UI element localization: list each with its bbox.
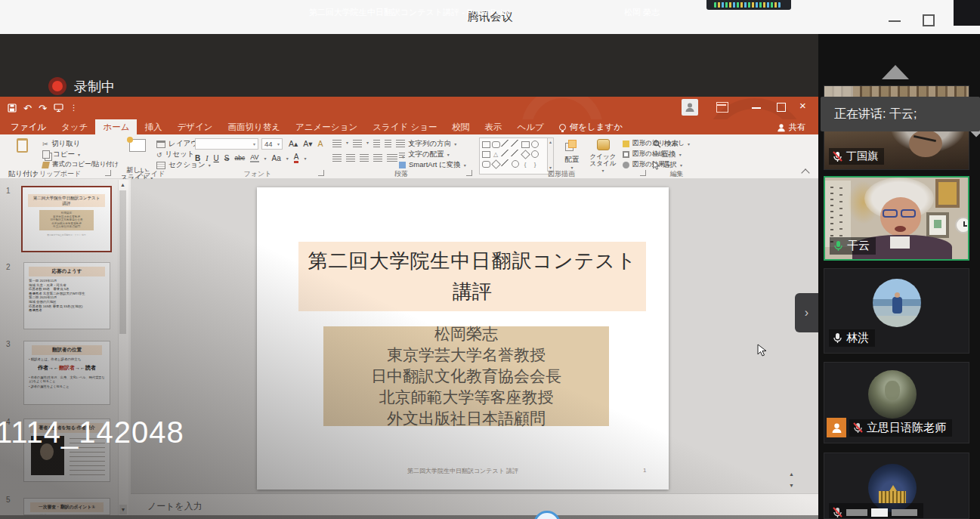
char-spacing-button[interactable]: AV [250,153,258,162]
participant-glasses-left [883,209,898,218]
align-buttons[interactable]: ▾ [332,154,404,162]
font-dialog-launcher[interactable] [318,170,324,176]
ppt-share-button[interactable]: 共有 [777,122,805,133]
slide-footer: 第二回大学院生中日翻訳コンテスト 講評 [257,467,669,475]
undo-icon[interactable]: ↶ [23,103,32,113]
ppt-user-avatar[interactable] [682,99,698,116]
gallery-scroll[interactable]: ▴▾ [547,137,554,171]
speaking-toast: 正在讲话: 干云; [821,97,980,131]
scrollbar-thumb[interactable] [119,190,126,334]
thumb1-subtitle: 松岡榮志 東京学芸大学名誉教授 日中翻訳文化教育協会会長 北京師範大学等客座教授… [39,210,94,230]
tab-design[interactable]: デザイン [169,119,220,134]
grow-font-icon[interactable]: A▴ [289,139,298,148]
columns-icon[interactable] [387,154,397,162]
align-center-icon[interactable] [346,154,355,162]
tab-slideshow[interactable]: スライド ショー [365,119,444,134]
recording-dot-core [52,81,63,91]
replace-button[interactable]: ab 置換 ▾ [653,150,682,159]
window-close-button[interactable] [954,0,980,26]
text-direction-icon [399,141,405,147]
next-slide-button[interactable]: ▼ [789,483,794,488]
tab-view[interactable]: 表示 [478,119,510,134]
justify-icon[interactable] [373,154,382,162]
font-name-input[interactable]: ▾ [195,138,258,150]
participant-tile-3[interactable]: 林洪 [824,268,969,354]
wall-frame-1 [935,179,960,208]
slide-thumbnail-3[interactable]: 翻訳者の位置 • 翻訳者とは、作者と読者の仲立ち 作者→←翻訳者→←読者 • 作… [23,341,110,405]
bold-button[interactable]: B [195,154,200,162]
arrange-button[interactable]: 配置 ▾ [559,138,585,170]
format-painter-button[interactable]: 書式のコピー/貼り付け [42,160,119,169]
underline-button[interactable]: U [214,154,219,162]
save-icon[interactable] [8,103,17,113]
notes-placeholder[interactable]: ノートを入力 [147,500,202,513]
tell-me-box[interactable]: 何をしますか [552,119,630,134]
strikethrough-button[interactable]: S [224,154,230,162]
caret: ▾ [366,140,369,147]
slideshow-icon[interactable] [54,103,63,113]
reset-button[interactable]: ↺ リセット [156,150,194,159]
tab-file[interactable]: ファイル [3,119,54,134]
indent-decrease-icon[interactable] [373,140,380,147]
tab-transitions[interactable]: 画面切り替え [221,119,289,134]
scroll-down-button[interactable]: ▼ [119,505,127,514]
ppt-close-button[interactable]: × [799,100,806,111]
notes-pane[interactable] [131,493,818,516]
new-slide-icon [129,139,146,152]
participant-tile-4[interactable]: 立思日语陈老师 [824,362,969,443]
panel-scroll-up-icon[interactable] [882,65,909,79]
slide-title-box[interactable]: 第二回大学院生中日翻訳コンテスト 講評 [298,242,646,311]
italic-button[interactable]: I [206,154,208,162]
cut-button[interactable]: ✂ 切り取り [42,139,80,149]
participant-avatar [873,279,921,327]
find-button[interactable]: 検索 [653,139,679,149]
panel-collapse-handle[interactable]: › [795,293,818,332]
window-minimize-button[interactable] [889,20,901,22]
copy-button[interactable]: コピー ▾ [42,150,80,159]
ppt-minimize-button[interactable] [752,107,761,109]
scroll-up-icon[interactable]: ▲ [120,182,125,187]
font-grow-shrink[interactable]: A▴ A▾ A [289,139,323,148]
ppt-restore-button[interactable] [777,103,786,112]
tab-animations[interactable]: アニメーション [288,119,365,134]
tab-review[interactable]: 校閲 [445,119,478,134]
indent-increase-icon[interactable] [385,140,391,147]
bullets-icon[interactable] [332,140,342,147]
align-left-icon[interactable] [332,154,342,162]
caret: ▾ [679,152,682,157]
tab-help[interactable]: ヘルプ [510,119,552,134]
slide-subtitle-box[interactable]: 松岡榮志 東京学芸大学名誉教授 日中翻訳文化教育協会会長 北京師範大学等客座教授… [323,326,609,426]
redo-icon[interactable]: ↷ [39,103,47,113]
text-direction-button[interactable]: 文字列の方向 ▾ [399,139,456,149]
font-size-input[interactable]: 44▾ [261,138,283,150]
collapse-ribbon-button[interactable] [801,168,809,177]
change-case-button[interactable]: Aa [272,154,281,162]
clear-format-icon[interactable]: A [318,139,323,148]
shrink-font-icon[interactable]: A▾ [303,139,312,148]
font-color-button[interactable]: A [294,153,299,163]
participant-tile-2[interactable]: 干云 [824,176,969,261]
shape-outline-icon [623,151,629,158]
align-right-icon[interactable] [360,154,369,162]
mic-muted-icon [833,151,842,162]
ribbon-display-options-icon[interactable] [716,102,728,113]
align-text-button[interactable]: 文字の配置 ▾ [399,150,450,159]
previous-slide-button[interactable]: ▲ [789,471,794,477]
tab-insert[interactable]: 挿入 [137,119,169,134]
slide-thumbnail-5[interactable]: 一次審査・翻訳のポイント① • どんな読者か? [23,498,110,515]
slide-thumbnail-1[interactable]: 第二回大学院生中日翻訳コンテスト講評 松岡榮志 東京学芸大学名誉教授 日中翻訳文… [21,186,112,252]
tab-touch[interactable]: タッチ [54,119,95,134]
scissors-icon: ✂ [42,140,48,148]
cut-label: 切り取り [51,139,80,149]
window-maximize-button[interactable] [923,14,935,26]
tab-home[interactable]: ホーム [95,119,137,134]
clipboard-dialog-launcher[interactable] [105,170,111,176]
paragraph-dialog-launcher[interactable] [466,170,472,176]
drawing-dialog-launcher[interactable] [640,170,646,176]
slide-thumbnail-2[interactable]: 応募のようす 第一回 2019年11月 地域 北京・天津・河北省 応募者数 89… [23,262,110,329]
abc-strike-button[interactable]: abc [234,154,245,162]
slide-subtitle-lines: 松岡榮志 東京学芸大学名誉教授 日中翻訳文化教育協会会長 北京師範大学等客座教授… [371,325,561,427]
numbering-icon[interactable] [353,140,362,147]
participant-tile-5[interactable] [824,453,969,519]
qat-customize-icon[interactable]: ⋮ [70,104,78,112]
